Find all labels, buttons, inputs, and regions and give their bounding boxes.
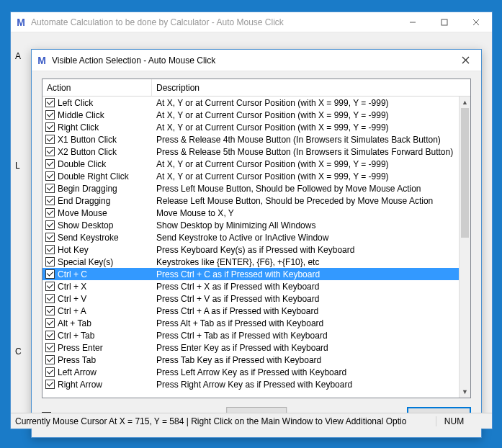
app-icon: M [15,17,27,28]
main-titlebar[interactable]: M Automate Calculation to be done by Cal… [11,12,492,32]
maximize-button[interactable] [429,12,460,32]
list-item[interactable]: Ctrl + VPress Ctrl + V as if Pressed wit… [42,292,459,305]
action-label: Double Right Click [58,171,129,182]
column-header-description[interactable]: Description [152,79,470,96]
action-description: At X, Y or at Current Cursor Position (w… [152,171,459,182]
close-button[interactable] [460,12,492,32]
vertical-scrollbar[interactable]: ▲ ▼ [459,97,470,398]
list-item[interactable]: Right ArrowPress Right Arrow Key as if P… [42,378,459,390]
list-item[interactable]: Double ClickAt X, Y or at Current Cursor… [42,158,459,170]
dialog-visible-action-selection: M Visible Action Selection - Auto Mouse … [31,49,482,438]
list-item[interactable]: Middle ClickAt X, Y or at Current Cursor… [42,109,459,121]
checkbox-icon[interactable] [45,220,55,230]
list-item[interactable]: Press TabPress Tab Key as if Pressed wit… [42,354,459,366]
list-item[interactable]: Press EnterPress Enter Key as if Pressed… [42,341,459,354]
list-item[interactable]: Begin DraggingPress Left Mouse Button, S… [42,182,459,194]
action-description: Press Tab Key as if Pressed with Keyboar… [152,355,459,365]
checkbox-icon[interactable] [45,184,55,193]
action-description: Press Ctrl + Tab as if Pressed with Keyb… [152,331,459,341]
action-description: Press Ctrl + A as if Pressed with Keyboa… [152,306,459,316]
action-description: At X, Y or at Current Cursor Position (w… [152,159,459,169]
action-description: At X, Y or at Current Cursor Position (w… [152,98,459,108]
action-description: Release Left Mouse Button, Should be Pre… [152,196,459,206]
action-label: End Dragging [58,196,110,206]
action-label: Ctrl + A [58,306,86,316]
action-label: Move Mouse [58,208,107,218]
action-description: Press Alt + Tab as if Pressed with Keybo… [152,318,459,328]
checkbox-icon[interactable] [45,233,55,242]
status-num: NUM [436,416,472,426]
main-body: A L C M Visible Action Selection - Auto … [11,32,492,413]
action-label: Press Tab [58,355,96,365]
checkbox-icon[interactable] [45,110,55,120]
checkbox-icon[interactable] [45,147,55,156]
list-item[interactable]: End DraggingRelease Left Mouse Button, S… [42,194,459,207]
action-label: Middle Click [58,110,104,120]
list-item[interactable]: Right ClickAt X, Y or at Current Cursor … [42,121,459,133]
action-label: Left Arrow [58,367,97,377]
action-label: X2 Button Click [58,147,117,157]
list-item[interactable]: Show DesktopShow Desktop by Minimizing A… [42,219,459,231]
action-description: Press & Release 4th Mouse Button (In Bro… [152,135,459,145]
action-label: Ctrl + Tab [58,331,94,341]
checkbox-icon[interactable] [45,269,55,279]
action-label: Right Arrow [58,380,102,390]
dialog-titlebar[interactable]: M Visible Action Selection - Auto Mouse … [32,50,481,71]
list-item[interactable]: Left ClickAt X, Y or at Current Cursor P… [42,97,459,109]
scroll-up-icon[interactable]: ▲ [460,97,470,108]
action-label: Alt + Tab [58,318,91,328]
app-icon: M [36,55,48,66]
minimize-button[interactable] [397,12,429,32]
column-header-action[interactable]: Action [42,79,152,96]
main-window: M Automate Calculation to be done by Cal… [10,12,493,429]
checkbox-icon[interactable] [45,257,55,266]
action-label: Hot Key [58,245,89,255]
checkbox-icon[interactable] [45,171,55,181]
action-list: Action Description Left ClickAt X, Y or … [42,79,471,398]
action-label: Right Click [58,122,99,133]
checkbox-icon[interactable] [45,318,55,328]
action-label: Show Desktop [58,220,113,230]
checkbox-icon[interactable] [45,98,55,107]
action-description: Press & Release 5th Mouse Button (In Bro… [152,147,459,157]
checkbox-icon[interactable] [45,135,55,144]
list-item[interactable]: Special Key(s)Keystrokes like {ENTER}, {… [42,256,459,268]
action-description: Press Enter Key as if Pressed with Keybo… [152,343,459,353]
svg-rect-1 [442,19,447,25]
list-item[interactable]: Double Right ClickAt X, Y or at Current … [42,170,459,182]
list-item[interactable]: Ctrl + APress Ctrl + A as if Pressed wit… [42,305,459,317]
list-item[interactable]: Left ArrowPress Left Arrow Key as if Pre… [42,366,459,378]
list-item[interactable]: Alt + TabPress Alt + Tab as if Pressed w… [42,317,459,329]
list-header[interactable]: Action Description [42,79,470,97]
action-label: Left Click [58,98,93,108]
checkbox-icon[interactable] [45,208,55,218]
list-item[interactable]: Ctrl + CPress Ctrl + C as if Pressed wit… [42,268,459,280]
checkbox-icon[interactable] [45,159,55,169]
scroll-down-icon[interactable]: ▼ [460,386,470,398]
action-label: Press Enter [58,343,103,353]
action-label: Begin Dragging [58,184,117,194]
checkbox-icon[interactable] [45,355,55,364]
list-item[interactable]: X1 Button ClickPress & Release 4th Mouse… [42,133,459,145]
dialog-close-button[interactable] [449,50,481,71]
list-item[interactable]: Hot KeyPress Keyboard Key(s) as if Press… [42,243,459,256]
checkbox-icon[interactable] [45,343,55,352]
list-item[interactable]: Ctrl + XPress Ctrl + X as if Pressed wit… [42,280,459,292]
checkbox-icon[interactable] [45,380,55,389]
scroll-thumb[interactable] [461,108,469,238]
list-item[interactable]: Send KeystrokeSend Keystroke to Active o… [42,231,459,243]
list-item[interactable]: X2 Button ClickPress & Release 5th Mouse… [42,145,459,158]
checkbox-icon[interactable] [45,294,55,303]
action-description: Press Keyboard Key(s) as if Pressed with… [152,245,459,255]
checkbox-icon[interactable] [45,306,55,315]
checkbox-icon[interactable] [45,196,55,205]
action-label: Ctrl + C [58,269,87,279]
dialog-body: Action Description Left ClickAt X, Y or … [32,71,481,437]
list-item[interactable]: Ctrl + TabPress Ctrl + Tab as if Pressed… [42,329,459,341]
checkbox-icon[interactable] [45,245,55,254]
checkbox-icon[interactable] [45,331,55,340]
list-item[interactable]: Move MouseMove Mouse to X, Y [42,207,459,219]
checkbox-icon[interactable] [45,282,55,291]
checkbox-icon[interactable] [45,122,55,132]
checkbox-icon[interactable] [45,367,55,377]
